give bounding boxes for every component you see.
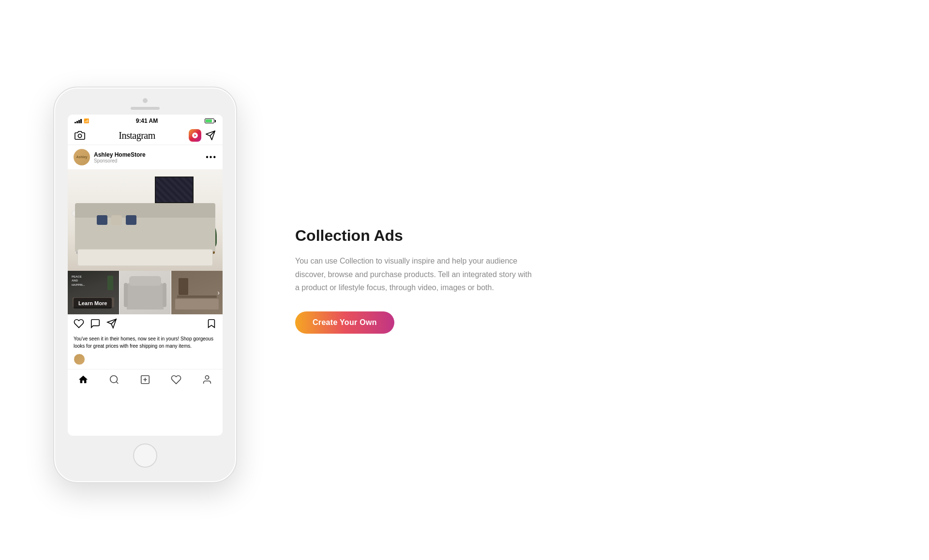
- post-main-image: [68, 169, 223, 271]
- add-nav-button[interactable]: [140, 374, 150, 387]
- section-title: Collection Ads: [295, 226, 403, 245]
- svg-point-0: [78, 134, 81, 137]
- activity-nav-button[interactable]: [171, 374, 181, 387]
- thumbnail-2[interactable]: [119, 271, 171, 314]
- home-nav-button[interactable]: [78, 374, 89, 387]
- post-user-info[interactable]: Ashley Ashley HomeStore Sponsored: [74, 149, 146, 165]
- avatar: Ashley: [74, 149, 90, 165]
- reels-icon[interactable]: [189, 129, 201, 142]
- page: 📶 9:41 AM Instagram: [0, 0, 929, 560]
- phone-mockup: 📶 9:41 AM Instagram: [53, 87, 237, 483]
- post-actions: [68, 314, 223, 335]
- comment-button[interactable]: [90, 318, 101, 331]
- carousel-arrow[interactable]: ›: [217, 289, 220, 296]
- search-nav-button[interactable]: [109, 374, 120, 387]
- profile-nav-button[interactable]: [202, 374, 212, 387]
- small-avatar: [74, 354, 85, 365]
- phone-camera: [143, 98, 148, 103]
- pillow-2: [111, 215, 122, 225]
- post-options-button[interactable]: •••: [206, 153, 217, 162]
- instagram-logo: Instagram: [119, 130, 155, 141]
- camera-button[interactable]: [75, 130, 85, 141]
- rug: [77, 249, 213, 266]
- svg-point-10: [205, 376, 209, 379]
- svg-line-6: [116, 382, 118, 383]
- post-brand-name: Ashley HomeStore: [94, 151, 146, 158]
- post-caption: You've seen it in their homes, now see i…: [68, 335, 223, 354]
- status-left-icons: 📶: [75, 118, 89, 123]
- learn-more-button[interactable]: Learn More: [74, 298, 112, 309]
- room-scene: [68, 169, 223, 271]
- thumbnail-1[interactable]: PEACEANDHAPPIN... Learn More: [68, 271, 119, 314]
- battery-icon: [205, 118, 216, 123]
- signal-icon: [75, 118, 82, 123]
- thumbnail-3[interactable]: ›: [171, 271, 223, 314]
- wall-art: [155, 177, 194, 203]
- instagram-nav: Instagram: [68, 126, 223, 145]
- status-time: 9:41 AM: [136, 118, 158, 124]
- wifi-icon: 📶: [84, 118, 89, 123]
- share-button[interactable]: [106, 318, 117, 331]
- phone-speaker: [131, 107, 160, 110]
- pillow-3: [126, 215, 136, 225]
- like-button[interactable]: [74, 318, 84, 331]
- couch: [75, 213, 215, 251]
- content-area: Collection Ads You can use Collection to…: [237, 226, 929, 334]
- avatar-row: [68, 354, 223, 369]
- svg-point-5: [110, 376, 118, 383]
- create-your-own-button[interactable]: Create Your Own: [295, 311, 394, 334]
- direct-messages-button[interactable]: [205, 130, 216, 141]
- pillow-1: [97, 215, 107, 225]
- post-action-buttons-left: [74, 318, 117, 331]
- section-description: You can use Collection to visually inspi…: [295, 254, 537, 294]
- post-sponsored-label: Sponsored: [94, 158, 146, 163]
- product-thumbnails: PEACEANDHAPPIN... Learn More: [68, 271, 223, 314]
- post-header: Ashley Ashley HomeStore Sponsored •••: [68, 145, 223, 169]
- phone-screen: 📶 9:41 AM Instagram: [68, 115, 223, 436]
- bottom-nav: [68, 369, 223, 391]
- phone-home-button[interactable]: [133, 443, 157, 468]
- status-bar: 📶 9:41 AM: [68, 115, 223, 126]
- save-button[interactable]: [206, 318, 217, 331]
